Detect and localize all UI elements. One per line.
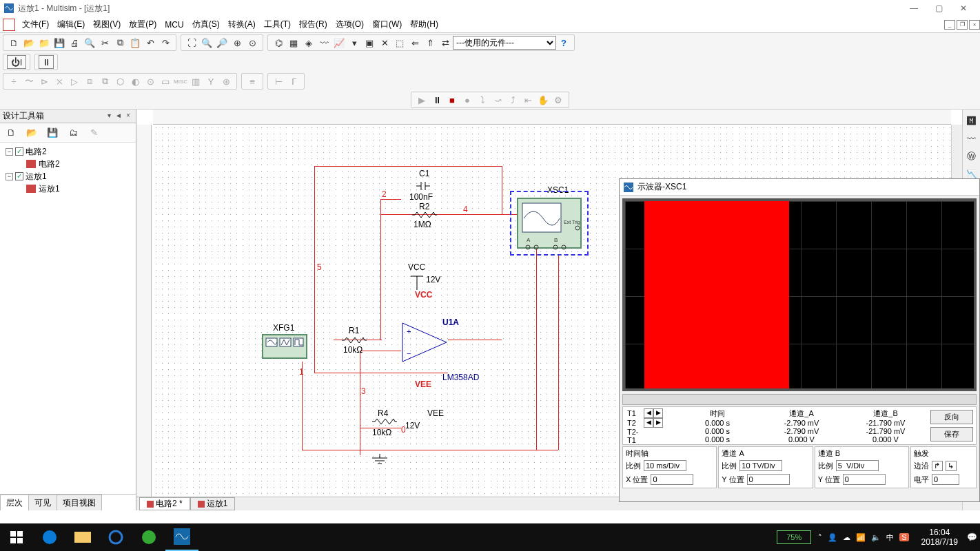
tree-collapse-icon[interactable]: −: [6, 173, 13, 180]
sim-stop-icon[interactable]: ■: [445, 93, 459, 107]
go-parent-icon[interactable]: ⇑: [423, 36, 437, 50]
menu-window[interactable]: 窗口(W): [368, 17, 406, 32]
hierarchy-icon[interactable]: ⌬: [272, 36, 285, 50]
wire[interactable]: [314, 373, 448, 373]
sim-step-into-icon[interactable]: ⤵: [476, 93, 489, 107]
toolbox-tab-hierarchy[interactable]: 层次: [0, 495, 29, 510]
menu-simulate[interactable]: 仿真(S): [188, 17, 224, 32]
toolbox-tab-visible[interactable]: 可见: [28, 495, 57, 510]
place-rf-icon[interactable]: Y: [204, 74, 218, 88]
zoom-full-icon[interactable]: ⛶: [185, 36, 198, 50]
menu-options[interactable]: 选项(O): [331, 17, 368, 32]
taskbar-edge-icon[interactable]: [33, 523, 66, 551]
place-transistor-icon[interactable]: ⤬: [52, 74, 66, 88]
toolbox-new-icon[interactable]: 🗋: [3, 125, 19, 141]
mdi-minimize-button[interactable]: _: [944, 20, 955, 30]
region-icon[interactable]: ⬚: [393, 36, 407, 50]
capacitor-c1[interactable]: [416, 181, 430, 191]
system-tray[interactable]: ˄ 👤 ☁ 📶 🔈 中 S: [811, 532, 915, 543]
tray-network-icon[interactable]: 📶: [856, 533, 866, 542]
zoom-sheet-icon[interactable]: ⊙: [245, 36, 259, 50]
paste-icon[interactable]: 📋: [128, 36, 142, 50]
instrument-multimeter-icon[interactable]: 🅼: [965, 114, 979, 127]
menu-edit[interactable]: 编辑(E): [53, 17, 89, 32]
clear-errs-icon[interactable]: ✕: [378, 36, 391, 50]
zoom-out-icon[interactable]: 🔎: [215, 36, 229, 50]
sim-step-back-icon[interactable]: ⇤: [521, 93, 535, 107]
instrument-wattmeter-icon[interactable]: Ⓦ: [965, 149, 979, 163]
toolbox-close-icon[interactable]: ×: [123, 112, 133, 121]
wire[interactable]: [502, 166, 502, 214]
zoom-in-icon[interactable]: 🔍: [200, 36, 214, 50]
chb-pos-input[interactable]: [843, 474, 886, 485]
oscilloscope-window[interactable]: 示波器-XSC1 T1◀▶ T2◀▶ T2-T1 时间 0.000 s 0.00…: [619, 178, 980, 502]
wire[interactable]: [558, 254, 559, 450]
wire[interactable]: [380, 199, 381, 340]
place-mixed-icon[interactable]: ◐: [128, 74, 142, 88]
transfer-icon[interactable]: ⇄: [438, 36, 452, 50]
new-file-icon[interactable]: 🗋: [7, 36, 21, 50]
tray-sogou-icon[interactable]: S: [899, 533, 908, 541]
taskbar-app1-icon[interactable]: [132, 523, 165, 551]
wire[interactable]: [448, 340, 502, 340]
toolbox-save-icon[interactable]: 💾: [45, 125, 60, 141]
t1-right-icon[interactable]: ▶: [653, 408, 663, 418]
place-advanced-icon[interactable]: ▥: [189, 74, 203, 88]
sim-settings-icon[interactable]: ⚙: [551, 93, 565, 107]
menu-tools[interactable]: 工具(T): [260, 17, 295, 32]
sim-run-icon[interactable]: ▶: [415, 93, 429, 107]
wire[interactable]: [360, 351, 360, 455]
cut-icon[interactable]: ✂: [98, 36, 112, 50]
postproc-icon[interactable]: 📈: [332, 36, 346, 50]
trig-rising-icon[interactable]: ↱: [932, 461, 943, 471]
t2-left-icon[interactable]: ◀: [644, 418, 653, 428]
taskbar-clock[interactable]: 16:04 2018/7/19: [916, 528, 963, 547]
undo-icon[interactable]: ↶: [143, 36, 157, 50]
place-text-icon[interactable]: ᒥ: [287, 74, 300, 88]
tray-volume-icon[interactable]: 🔈: [871, 533, 881, 542]
start-button[interactable]: [0, 523, 33, 551]
place-misc-digital-icon[interactable]: ⬡: [113, 74, 127, 88]
toolbox-saveall-icon[interactable]: 🗂: [65, 125, 81, 141]
maximize-button[interactable]: ▢: [926, 1, 951, 15]
save-icon[interactable]: 💾: [52, 36, 66, 50]
place-source-icon[interactable]: ÷: [7, 74, 21, 88]
used-components-dropdown[interactable]: ---使用的元件---: [453, 36, 556, 50]
zoom-area-icon[interactable]: ⊕: [230, 36, 244, 50]
print-preview-icon[interactable]: 🔍: [83, 36, 96, 50]
toolbox-pin-icon[interactable]: ◄: [114, 112, 123, 121]
wire[interactable]: [302, 450, 558, 450]
toolbox-rename-icon[interactable]: ✎: [86, 125, 101, 141]
trig-falling-icon[interactable]: ↳: [946, 461, 957, 471]
windows-taskbar[interactable]: 75% ˄ 👤 ☁ 📶 🔈 中 S 16:04 2018/7/19 💬: [0, 523, 980, 551]
tray-people-icon[interactable]: 👤: [828, 533, 837, 542]
cha-pos-input[interactable]: [747, 474, 790, 485]
cha-scale-input[interactable]: [739, 460, 782, 471]
place-power-icon[interactable]: ▭: [159, 74, 172, 88]
vcc-symbol-icon[interactable]: [411, 273, 423, 290]
toolbox-open-icon[interactable]: 📂: [24, 125, 39, 141]
sim-step-out-icon[interactable]: ⤴: [506, 93, 520, 107]
go-back-icon[interactable]: ⇐: [408, 36, 422, 50]
pause-toggle-icon[interactable]: ⏸: [39, 55, 54, 69]
taskbar-ie-icon[interactable]: [99, 523, 132, 551]
instrument-funcgen-icon[interactable]: 〰: [965, 132, 979, 145]
t1-left-icon[interactable]: ◀: [644, 408, 653, 418]
design-tree[interactable]: − ✓ 电路2 电路2 − ✓ 运放1 运放1: [0, 143, 136, 494]
minimize-button[interactable]: —: [901, 1, 926, 15]
scope-save-button[interactable]: 保存: [930, 427, 973, 441]
toolbox-tab-project[interactable]: 项目视图: [57, 495, 102, 510]
menu-file[interactable]: 文件(F): [18, 17, 53, 32]
menu-mcu[interactable]: MCU: [161, 19, 187, 31]
timebase-scale-input[interactable]: [644, 460, 686, 471]
tree-collapse-icon[interactable]: −: [6, 148, 13, 156]
oscilloscope-display[interactable]: [622, 198, 977, 391]
place-misc-icon[interactable]: MISC: [174, 74, 187, 88]
menu-reports[interactable]: 报告(R): [295, 17, 331, 32]
mdi-system-icon[interactable]: [3, 19, 15, 31]
grapher-icon[interactable]: 〰: [317, 36, 331, 50]
place-analog-icon[interactable]: ▷: [68, 74, 81, 88]
sim-pause-icon[interactable]: ⏸: [430, 93, 444, 107]
print-icon[interactable]: 🖨: [68, 36, 81, 50]
tree-checkbox[interactable]: ✓: [15, 147, 23, 156]
